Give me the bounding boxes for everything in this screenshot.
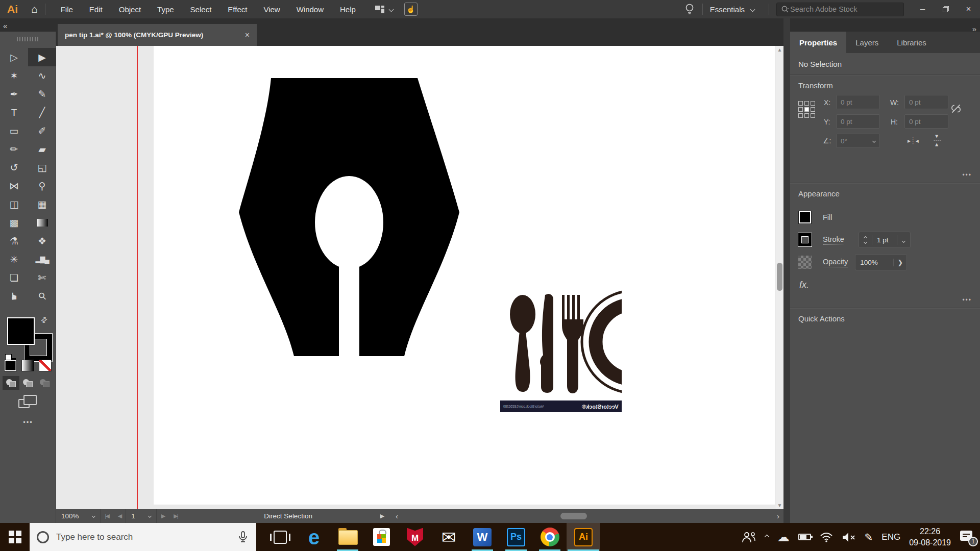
draw-inside-mode[interactable] [36,376,53,390]
rectangle-tool[interactable]: ▭ [0,121,28,140]
stroke-label[interactable]: Stroke [823,235,844,245]
flip-vertical-icon[interactable]: ▸┊◂ [934,135,941,146]
close-button[interactable]: × [957,0,980,18]
fill-color-swatch[interactable] [798,211,812,224]
lasso-tool[interactable]: ∿ [28,66,56,85]
microphone-icon[interactable] [237,531,249,544]
vertical-scroll-thumb[interactable] [777,263,782,291]
opacity-expand-icon[interactable]: ❯ [893,259,906,266]
hand-tool[interactable]: ☛ [0,287,28,305]
menu-object[interactable]: Object [111,0,149,18]
action-center-icon[interactable]: 1 [960,530,975,544]
status-options-icon[interactable]: ▶ [380,513,384,519]
column-graph-tool[interactable]: ▂▇▄ [28,250,56,268]
people-icon[interactable] [741,531,756,544]
tab-libraries[interactable]: Libraries [888,32,936,53]
flip-horizontal-icon[interactable]: ▸┊◂ [908,137,919,144]
slice-tool[interactable]: ✄ [28,268,56,287]
artboard-navigation-select[interactable]: 1 [126,509,157,523]
magic-wand-tool[interactable]: ✶ [0,66,28,85]
chevron-down-icon[interactable] [388,7,394,12]
taskbar-search-input[interactable] [56,532,237,542]
w-field[interactable]: 0 pt [904,95,948,109]
draw-behind-mode[interactable] [19,376,36,390]
cutlery-stock-image[interactable]: VectorStock.com/18356280 VectorStock® [500,290,622,412]
selection-tool[interactable]: ▷ [0,48,28,66]
taskbar-search-box[interactable] [30,523,256,551]
fill-swatch[interactable] [7,317,35,345]
taskbar-edge[interactable]: e [297,523,331,551]
reference-point-locator[interactable] [798,101,815,118]
edit-toolbar-icon[interactable]: ••• [0,418,56,426]
artboard-tool[interactable]: ❏ [0,268,28,287]
home-icon[interactable]: ⌂ [31,3,38,15]
taskbar-clock[interactable]: 22:26 09-08-2019 [909,526,951,548]
adobe-stock-search[interactable] [776,3,904,16]
constrain-proportions-icon[interactable] [949,102,963,115]
symbol-sprayer-tool[interactable]: ✳ [0,250,28,268]
stroke-color-swatch[interactable] [798,233,812,246]
decrement-icon[interactable] [864,240,867,243]
restore-button[interactable] [934,0,957,18]
taskbar-illustrator[interactable]: Ai [567,523,600,551]
stepper-arrows[interactable] [859,235,872,245]
vertical-scrollbar[interactable]: ▲ ▼ [775,46,783,509]
previous-artboard-button[interactable]: ◀ [113,513,126,519]
document-tab[interactable]: pen tip 1.ai* @ 100% (CMYK/GPU Preview) … [58,24,257,46]
scroll-up-icon[interactable]: ▲ [775,47,783,53]
rotation-angle-select[interactable]: 0° [836,134,880,148]
scale-tool[interactable]: ◱ [28,158,56,177]
menu-help[interactable]: Help [332,0,364,18]
line-segment-tool[interactable]: ╱ [28,103,56,121]
toolbar-grip-handle[interactable] [17,37,39,41]
workspace-switcher[interactable]: Essentials [710,5,745,14]
zoom-level-select[interactable]: 100% [56,509,101,523]
last-artboard-button[interactable]: ▶| [169,513,182,519]
stroke-width-stepper[interactable]: 1 pt [859,232,911,248]
tab-properties[interactable]: Properties [790,32,846,53]
illustrator-logo[interactable]: Ai [7,3,18,15]
width-tool[interactable]: ⋈ [0,177,28,195]
arrange-documents-icon[interactable] [375,6,384,13]
eyedropper-tool[interactable]: ⚗ [0,232,28,250]
apply-color-button[interactable] [4,360,17,371]
first-artboard-button[interactable]: |◀ [101,513,113,519]
stock-search-input[interactable] [790,5,899,13]
effects-fx-icon[interactable]: fx. [798,277,972,295]
shaper-tool[interactable]: ✏ [0,140,28,158]
menu-type[interactable]: Type [149,0,182,18]
taskbar-photoshop[interactable]: Ps [499,523,533,551]
change-screen-mode-icon[interactable] [18,395,38,410]
pen-tool[interactable]: ✒ [0,85,28,103]
paintbrush-tool[interactable]: ✐ [28,121,56,140]
shape-builder-tool[interactable]: ◫ [0,195,28,213]
eraser-tool[interactable]: ▰ [28,140,56,158]
appearance-more-options-icon[interactable]: ••• [798,295,972,308]
taskbar-file-explorer[interactable] [331,523,364,551]
increment-icon[interactable] [864,236,867,239]
menu-view[interactable]: View [255,0,288,18]
taskbar-word[interactable]: W [465,523,499,551]
wifi-icon[interactable] [820,532,833,543]
menu-effect[interactable]: Effect [219,0,255,18]
menu-edit[interactable]: Edit [81,0,111,18]
mesh-tool[interactable]: ▩ [0,213,28,232]
y-field[interactable]: 0 pt [836,114,880,129]
show-hidden-icons-chevron[interactable] [764,535,769,540]
gradient-tool[interactable] [28,213,56,232]
menu-select[interactable]: Select [182,0,220,18]
start-button[interactable] [0,523,30,551]
scroll-down-icon[interactable]: ▼ [775,503,783,508]
blend-tool[interactable]: ❖ [28,232,56,250]
curvature-tool[interactable]: ✎ [28,85,56,103]
draw-normal-mode[interactable] [3,376,19,390]
pen-nib-artwork[interactable] [239,77,463,358]
taskbar-mcafee[interactable]: M [398,523,432,551]
minimize-button[interactable]: – [911,0,934,18]
type-tool[interactable]: T [0,103,28,121]
cortana-icon[interactable] [37,531,49,543]
volume-muted-icon[interactable] [842,532,856,543]
direct-selection-tool[interactable]: ▶ [28,48,56,66]
swap-fill-stroke-icon[interactable]: ⇄ [39,314,50,325]
close-tab-icon[interactable]: × [238,31,250,40]
